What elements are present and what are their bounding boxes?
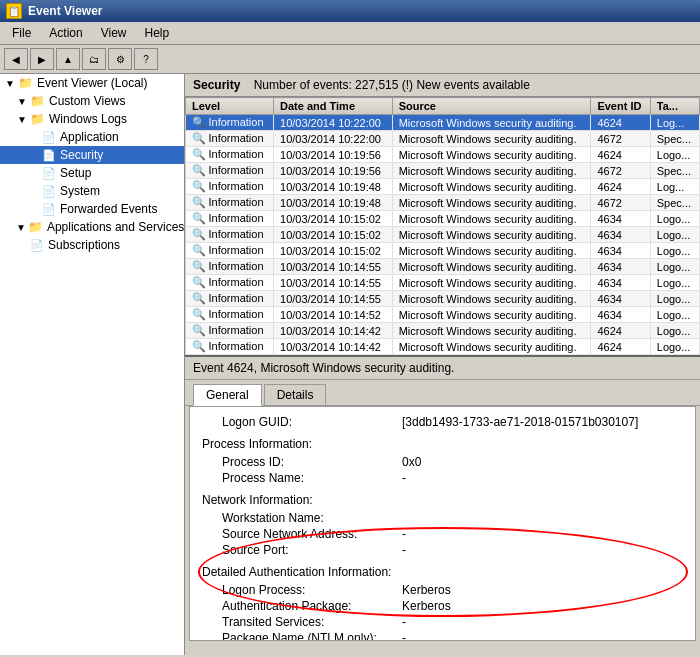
tree-item-forwarded-events[interactable]: 📄Forwarded Events xyxy=(0,200,184,218)
table-row[interactable]: 🔍Information10/03/2014 10:15:02Microsoft… xyxy=(186,211,700,227)
logon-guid-row: Logon GUID: [3ddb1493-1733-ae71-2018-015… xyxy=(202,415,683,429)
table-row[interactable]: 🔍Information10/03/2014 10:14:52Microsoft… xyxy=(186,307,700,323)
forward-button[interactable]: ▶ xyxy=(30,48,54,70)
detail-row: Authentication Package:Kerberos xyxy=(202,599,683,613)
detail-value: Kerberos xyxy=(402,583,451,597)
section-title: Process Information: xyxy=(202,437,683,451)
tab-general[interactable]: General xyxy=(193,384,262,406)
detail-row: Source Port:- xyxy=(202,543,683,557)
title-bar: 📋 Event Viewer xyxy=(0,0,700,22)
cell-level: 🔍Information xyxy=(186,307,274,323)
cell-eventid: 4624 xyxy=(591,323,650,339)
table-row[interactable]: 🔍Information10/03/2014 10:15:02Microsoft… xyxy=(186,227,700,243)
tree-item-label: Event Viewer (Local) xyxy=(37,76,148,90)
cell-datetime: 10/03/2014 10:22:00 xyxy=(274,115,393,131)
table-row[interactable]: 🔍Information10/03/2014 10:14:55Microsoft… xyxy=(186,275,700,291)
info-icon: 🔍 xyxy=(192,260,206,272)
cell-task: Logo... xyxy=(650,275,699,291)
table-row[interactable]: 🔍Information10/03/2014 10:14:42Microsoft… xyxy=(186,339,700,355)
cell-source: Microsoft Windows security auditing. xyxy=(392,211,591,227)
cell-source: Microsoft Windows security auditing. xyxy=(392,243,591,259)
cell-level: 🔍Information xyxy=(186,179,274,195)
cell-source: Microsoft Windows security auditing. xyxy=(392,259,591,275)
info-icon: 🔍 xyxy=(192,148,206,160)
table-row[interactable]: 🔍Information10/03/2014 10:22:00Microsoft… xyxy=(186,131,700,147)
detail-tabs: General Details xyxy=(185,380,700,406)
cell-level: 🔍Information xyxy=(186,275,274,291)
tree-item-applications-services[interactable]: ▼📁Applications and Services Logs xyxy=(0,218,184,236)
detail-value: Kerberos xyxy=(402,599,451,613)
table-row[interactable]: 🔍Information10/03/2014 10:15:02Microsoft… xyxy=(186,243,700,259)
help-button[interactable]: ? xyxy=(134,48,158,70)
info-icon: 🔍 xyxy=(192,212,206,224)
detail-value: - xyxy=(402,543,406,557)
cell-source: Microsoft Windows security auditing. xyxy=(392,115,591,131)
cell-eventid: 4672 xyxy=(591,195,650,211)
detail-label: Source Network Address: xyxy=(222,527,402,541)
cell-eventid: 4634 xyxy=(591,243,650,259)
cell-datetime: 10/03/2014 10:19:56 xyxy=(274,147,393,163)
table-row[interactable]: 🔍Information10/03/2014 10:22:00Microsoft… xyxy=(186,115,700,131)
cell-level: 🔍Information xyxy=(186,291,274,307)
table-row[interactable]: 🔍Information10/03/2014 10:14:42Microsoft… xyxy=(186,323,700,339)
tree-item-setup[interactable]: 📄Setup xyxy=(0,164,184,182)
table-row[interactable]: 🔍Information10/03/2014 10:19:56Microsoft… xyxy=(186,163,700,179)
tree-item-event-viewer-local[interactable]: ▼📁Event Viewer (Local) xyxy=(0,74,184,92)
expand-icon[interactable]: ▼ xyxy=(16,222,26,233)
tree-item-label: Applications and Services Logs xyxy=(47,220,185,234)
tree-item-windows-logs[interactable]: ▼📁Windows Logs xyxy=(0,110,184,128)
table-row[interactable]: 🔍Information10/03/2014 10:14:55Microsoft… xyxy=(186,291,700,307)
properties-button[interactable]: ⚙ xyxy=(108,48,132,70)
expand-icon[interactable]: ▼ xyxy=(16,114,28,125)
show-hide-button[interactable]: 🗂 xyxy=(82,48,106,70)
expand-icon[interactable]: ▼ xyxy=(16,96,28,107)
col-source: Source xyxy=(392,98,591,115)
menu-bar: File Action View Help xyxy=(0,22,700,45)
tree-item-custom-views[interactable]: ▼📁Custom Views xyxy=(0,92,184,110)
title-bar-text: Event Viewer xyxy=(28,4,102,18)
info-icon: 🔍 xyxy=(192,276,206,288)
detail-value: - xyxy=(402,631,406,641)
menu-view[interactable]: View xyxy=(93,24,135,42)
cell-level: 🔍Information xyxy=(186,339,274,355)
expand-icon[interactable]: ▼ xyxy=(4,78,16,89)
up-button[interactable]: ▲ xyxy=(56,48,80,70)
cell-datetime: 10/03/2014 10:19:48 xyxy=(274,195,393,211)
table-row[interactable]: 🔍Information10/03/2014 10:19:48Microsoft… xyxy=(186,179,700,195)
cell-source: Microsoft Windows security auditing. xyxy=(392,307,591,323)
event-table-container: Level Date and Time Source Event ID Ta..… xyxy=(185,97,700,357)
cell-source: Microsoft Windows security auditing. xyxy=(392,195,591,211)
cell-task: Logo... xyxy=(650,211,699,227)
table-row[interactable]: 🔍Information10/03/2014 10:19:48Microsoft… xyxy=(186,195,700,211)
menu-file[interactable]: File xyxy=(4,24,39,42)
tree-item-security[interactable]: 📄Security xyxy=(0,146,184,164)
info-icon: 🔍 xyxy=(192,292,206,304)
back-button[interactable]: ◀ xyxy=(4,48,28,70)
menu-action[interactable]: Action xyxy=(41,24,90,42)
menu-help[interactable]: Help xyxy=(137,24,178,42)
tree-item-subscriptions[interactable]: 📄Subscriptions xyxy=(0,236,184,254)
detail-section-1: Network Information:Workstation Name:Sou… xyxy=(202,493,683,557)
cell-eventid: 4634 xyxy=(591,211,650,227)
detail-content: Logon GUID: [3ddb1493-1733-ae71-2018-015… xyxy=(189,406,696,641)
cell-eventid: 4624 xyxy=(591,147,650,163)
tab-details[interactable]: Details xyxy=(264,384,327,405)
cell-task: Logo... xyxy=(650,227,699,243)
tree-item-label: Subscriptions xyxy=(48,238,120,252)
cell-task: Logo... xyxy=(650,147,699,163)
detail-label: Authentication Package: xyxy=(222,599,402,613)
cell-level: 🔍Information xyxy=(186,323,274,339)
cell-eventid: 4634 xyxy=(591,275,650,291)
col-task: Ta... xyxy=(650,98,699,115)
cell-datetime: 10/03/2014 10:14:42 xyxy=(274,339,393,355)
table-row[interactable]: 🔍Information10/03/2014 10:14:55Microsoft… xyxy=(186,259,700,275)
tree-item-application[interactable]: 📄Application xyxy=(0,128,184,146)
tree-item-system[interactable]: 📄System xyxy=(0,182,184,200)
event-count: Number of events: 227,515 (!) New events… xyxy=(254,78,530,92)
main-layout: ▼📁Event Viewer (Local)▼📁Custom Views▼📁Wi… xyxy=(0,74,700,655)
col-level: Level xyxy=(186,98,274,115)
app-icon: 📋 xyxy=(6,3,22,19)
cell-source: Microsoft Windows security auditing. xyxy=(392,291,591,307)
detail-row: Transited Services:- xyxy=(202,615,683,629)
table-row[interactable]: 🔍Information10/03/2014 10:19:56Microsoft… xyxy=(186,147,700,163)
